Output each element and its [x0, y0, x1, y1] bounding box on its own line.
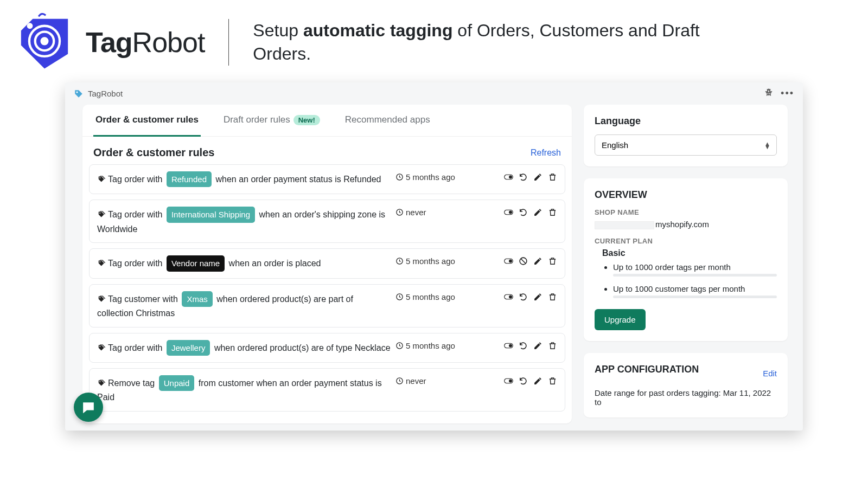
- edit-icon[interactable]: [533, 292, 542, 304]
- more-icon[interactable]: •••: [781, 88, 794, 99]
- rule-last-run: 5 months ago: [395, 171, 488, 182]
- rule-last-run: 5 months ago: [395, 340, 488, 350]
- plan-limit-item: Up to 1000 customer tags per month: [613, 284, 777, 298]
- svg-point-5: [76, 91, 78, 93]
- rerun-icon[interactable]: [519, 172, 528, 184]
- delete-icon[interactable]: [548, 292, 557, 304]
- rule-description: Remove tag Unpaid from customer when an …: [97, 375, 391, 404]
- tags-icon: [97, 211, 107, 220]
- svg-point-17: [509, 260, 512, 263]
- toggle-icon[interactable]: [504, 256, 513, 268]
- tags-icon: [97, 176, 107, 185]
- toggle-icon[interactable]: [504, 208, 513, 219]
- config-text: Date range for past orders tagging: Mar …: [595, 388, 777, 407]
- svg-point-9: [509, 176, 512, 179]
- tag-chip: Xmas: [182, 291, 212, 307]
- rule-description: Tag order with Vendor name when an order…: [97, 255, 391, 271]
- rule-description: Tag order with International Shipping wh…: [97, 207, 391, 236]
- toggle-icon[interactable]: [504, 341, 513, 352]
- tag-chip: Jewellery: [167, 340, 210, 356]
- toggle-icon[interactable]: [504, 172, 513, 184]
- svg-point-26: [509, 344, 512, 347]
- svg-point-23: [99, 346, 100, 347]
- upgrade-button[interactable]: Upgrade: [595, 309, 646, 330]
- delete-icon[interactable]: [548, 341, 557, 352]
- rule-last-run: 5 months ago: [395, 291, 488, 301]
- tab-order-customer-rules[interactable]: Order & customer rules: [93, 105, 201, 137]
- rule-last-run: 5 months ago: [395, 255, 488, 266]
- rule-row: Tag order with Vendor name when an order…: [89, 248, 565, 278]
- edit-icon[interactable]: [533, 341, 542, 352]
- app-config-title: APP CONFIGURATION: [595, 364, 699, 375]
- chat-launcher-button[interactable]: [74, 393, 103, 422]
- rule-row: Tag order with Jewellery when ordered pr…: [89, 333, 565, 363]
- rerun-icon[interactable]: [519, 376, 528, 388]
- tag-chip: Vendor name: [167, 255, 225, 271]
- edit-link[interactable]: Edit: [763, 369, 777, 378]
- overview-card: OVERVIEW SHOP NAME myshopify.com CURRENT…: [584, 178, 788, 341]
- plan-name: Basic: [602, 248, 777, 258]
- svg-point-6: [99, 177, 100, 178]
- disable-icon[interactable]: [519, 256, 528, 268]
- rule-last-run: never: [395, 375, 488, 386]
- tab-recommended-apps[interactable]: Recommended apps: [343, 105, 432, 136]
- language-card: Language English ▲▼: [584, 105, 788, 166]
- delete-icon[interactable]: [548, 172, 557, 184]
- rerun-icon[interactable]: [519, 341, 528, 352]
- usage-bar: [613, 296, 777, 298]
- tag-chip: Refunded: [167, 171, 212, 187]
- svg-point-30: [509, 379, 512, 382]
- branding-bar: TagRobot Setup automatic tagging of Orde…: [0, 0, 868, 77]
- svg-point-3: [40, 37, 48, 45]
- delete-icon[interactable]: [548, 208, 557, 219]
- tags-icon: [97, 380, 107, 389]
- shop-name-value: myshopify.com: [595, 220, 777, 229]
- edit-icon[interactable]: [533, 208, 542, 219]
- language-select[interactable]: English: [595, 134, 777, 156]
- toggle-icon[interactable]: [504, 292, 513, 304]
- rule-description: Tag order with Jewellery when ordered pr…: [97, 340, 391, 356]
- tab-draft-order-rules[interactable]: Draft order rulesNew!: [221, 105, 322, 136]
- plan-limit-item: Up to 1000 order tags per month: [613, 262, 777, 277]
- tags-icon: [97, 344, 107, 354]
- brand-name: TagRobot: [86, 26, 205, 59]
- section-title: Order & customer rules: [93, 146, 214, 159]
- svg-point-13: [509, 211, 512, 214]
- window-header: TagRobot •••: [65, 82, 803, 105]
- pin-icon[interactable]: [764, 88, 773, 99]
- app-tag-icon: [74, 89, 84, 99]
- tag-chip: International Shipping: [167, 207, 255, 222]
- svg-point-22: [509, 295, 512, 298]
- svg-point-14: [99, 261, 100, 262]
- overview-title: OVERVIEW: [595, 189, 777, 201]
- edit-icon[interactable]: [533, 172, 542, 184]
- language-title: Language: [595, 115, 777, 127]
- usage-bar: [613, 274, 777, 277]
- rule-description: Tag order with Refunded when an order pa…: [97, 171, 391, 187]
- rule-row: Tag order with Refunded when an order pa…: [89, 164, 565, 194]
- current-plan-label: CURRENT PLAN: [595, 237, 777, 245]
- svg-point-27: [99, 381, 100, 382]
- edit-icon[interactable]: [533, 256, 542, 268]
- tab-bar: Order & customer rules Draft order rules…: [82, 105, 572, 137]
- rule-row: Tag order with International Shipping wh…: [89, 200, 565, 243]
- new-badge: New!: [293, 115, 320, 125]
- shop-name-label: SHOP NAME: [595, 208, 777, 216]
- app-config-card: APP CONFIGURATION Edit Date range for pa…: [584, 353, 788, 418]
- refresh-link[interactable]: Refresh: [531, 148, 561, 158]
- rule-list: Tag order with Refunded when an order pa…: [82, 164, 572, 423]
- divider: [228, 19, 229, 66]
- svg-point-19: [99, 297, 100, 298]
- tags-icon: [97, 260, 107, 269]
- delete-icon[interactable]: [548, 256, 557, 268]
- rule-last-run: never: [395, 207, 488, 217]
- rerun-icon[interactable]: [519, 208, 528, 219]
- rerun-icon[interactable]: [519, 292, 528, 304]
- toggle-icon[interactable]: [504, 376, 513, 388]
- tag-chip: Unpaid: [159, 375, 195, 391]
- delete-icon[interactable]: [548, 376, 557, 388]
- app-window: TagRobot ••• Order & customer rules Draf…: [65, 82, 803, 431]
- rules-card: Order & customer rules Draft order rules…: [82, 105, 572, 423]
- edit-icon[interactable]: [533, 376, 542, 388]
- svg-point-4: [27, 23, 33, 29]
